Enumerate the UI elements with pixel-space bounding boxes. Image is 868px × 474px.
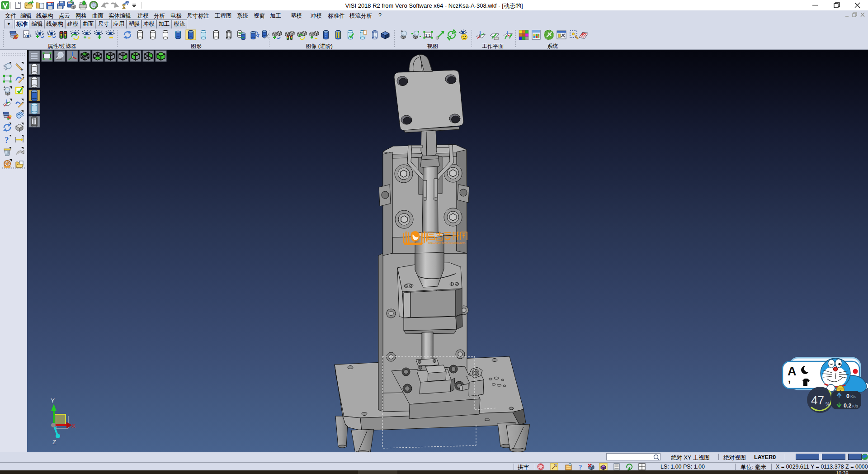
svg-text:%: % — [826, 401, 830, 407]
svg-text:47: 47 — [811, 393, 824, 407]
svg-text:K/s: K/s — [852, 404, 859, 408]
svg-text:?: ? — [579, 464, 582, 470]
svg-text:0: 0 — [846, 393, 849, 399]
svg-text:INTELLIGENT MANUFACTURING DATA: INTELLIGENT MANUFACTURING DATA — [428, 242, 465, 244]
svg-text:,: , — [788, 373, 791, 384]
svg-text:?: ? — [5, 135, 9, 145]
svg-text:Y: Y — [51, 397, 55, 404]
svg-text:0.2: 0.2 — [844, 403, 851, 409]
svg-text:1:1: 1:1 — [425, 33, 431, 38]
svg-text:K/s: K/s — [850, 394, 857, 399]
svg-text:X: X — [71, 422, 75, 429]
svg-text:Z: Z — [52, 439, 56, 446]
